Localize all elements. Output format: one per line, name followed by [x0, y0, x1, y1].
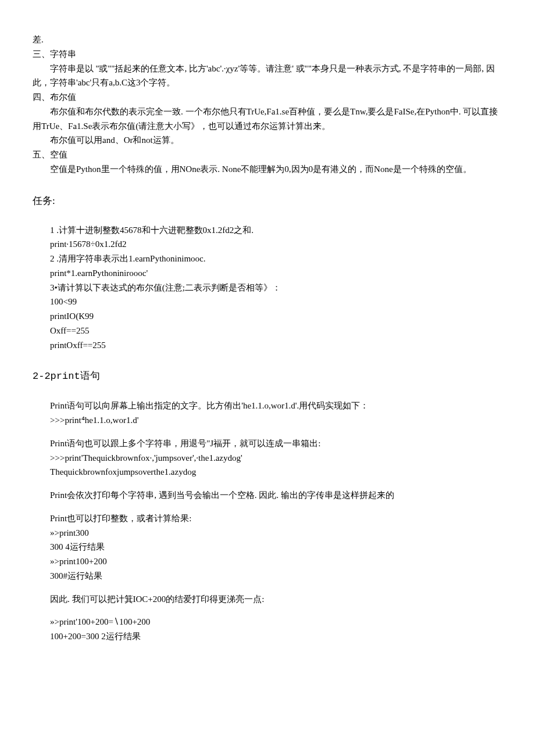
s4e: 300#运行站果 [50, 569, 502, 583]
s5: 因此. 我们可以把计箕IOC+200的结爱打印得更涕亮一点: [50, 592, 502, 607]
s1a: Print语句可以向屏幕上输出指定的文字。比方侑出'he1.1.o,wor1.d… [50, 399, 502, 413]
s2a: Print语句也可以跟上多个字符串，用退号"J福开，就可以连成一串箱出: [50, 436, 502, 451]
paragraph-bool-a: 布尔值和布尔代数的表示完全一致. 一个布尔他只有TrUe,Fa1.se百种值，要… [33, 105, 502, 134]
task-3d: printOxff==255 [50, 338, 502, 353]
heading-section-3: 三、字符串 [33, 47, 502, 62]
paragraph-diff: 差. [33, 33, 502, 47]
task-1: 1 .计算十进制整数45678和十六进靶整数0x1.2fd2之和. [50, 223, 502, 238]
s4c: 300 4运行结果 [50, 540, 502, 554]
task-block: 1 .计算十进制整数45678和十六进靶整数0x1.2fd2之和. print·… [50, 223, 502, 353]
paragraph-string: 字符串是以 ''或""括起来的任意文本, 比方'abc'.·χyz'等等。请注意… [33, 62, 502, 91]
heading-section-5: 五、空值 [33, 148, 502, 162]
task-3b: printIO(K99 [50, 309, 502, 324]
task-3: 3•请计算以下表达式的布尔值(注意;二表示判断是否相等》： [50, 281, 502, 295]
task-3c: Oxff==255 [50, 324, 502, 338]
task-2: 2 .清用字符串表示出1.earnPythoninimooc. [50, 252, 502, 266]
task-1-code: print·15678÷0x1.2fd2 [50, 237, 502, 252]
section-2-2-block: Print语句可以向屏幕上输出指定的文字。比方侑出'he1.1.o,wor1.d… [50, 399, 502, 644]
task-3a: 100<99 [50, 295, 502, 309]
s4a: Print也可以打印整数，或者计算给果: [50, 511, 502, 526]
s6a: »>print'100+200=∖100+200 [50, 615, 502, 629]
s4b: »>print300 [50, 526, 502, 540]
paragraph-none: 空值是Python里一个特殊的值，用NOne表示. None不能理解为0,因为0… [33, 162, 502, 177]
paragraph-bool-b: 布尔值可以用and、Or和not运算。 [33, 133, 502, 148]
heading-2-2-print: 2-2print语句 [33, 368, 502, 385]
s1b: >>>print⁴he1.1.o,wor1.d' [50, 413, 502, 428]
s2b: >>>print'Thequickbrownfox·,'jumpsover',·… [50, 451, 502, 465]
s6b: 100+200=300 2运行结果 [50, 629, 502, 644]
s3: Print会依次打印每个字符串, 遇到当号会输出一个空格. 因此. 输出的字传串… [50, 488, 502, 503]
s2c: Thequickbrownfoxjumpsoverthe1.azydog [50, 465, 502, 479]
s4d: »>print100+200 [50, 554, 502, 569]
heading-section-4: 四、布尔值 [33, 90, 502, 105]
task-2-code: print*1.earnPythoniniroooc' [50, 266, 502, 281]
task-heading: 任务: [33, 193, 502, 209]
